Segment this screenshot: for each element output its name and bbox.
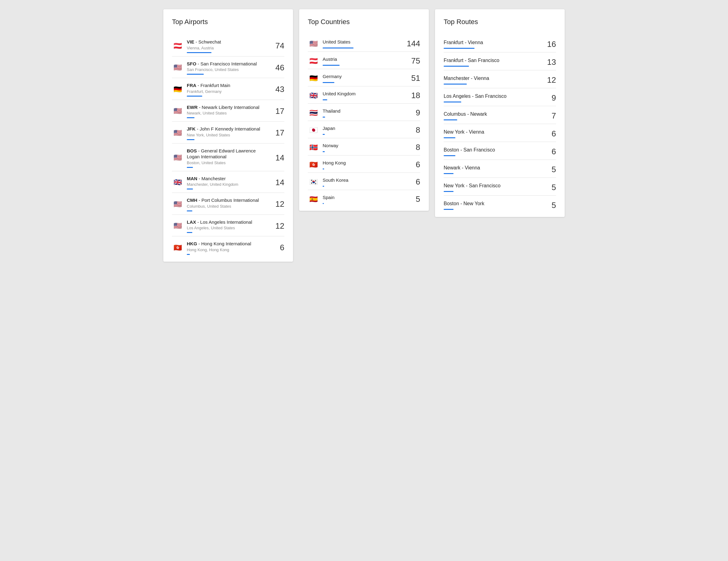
country-count: 75 xyxy=(408,56,420,66)
airport-name: FRA - Frankfurt Main xyxy=(187,82,268,89)
country-count: 6 xyxy=(408,177,420,187)
airport-item: 🇺🇸 LAX - Los Angeles International Los A… xyxy=(172,215,284,237)
flag-icon: 🇪🇸 xyxy=(308,196,319,203)
airport-name: SFO - San Francisco International xyxy=(187,61,268,67)
route-item: Los Angeles - San Francisco 9 xyxy=(444,88,556,106)
airport-item: 🇭🇰 HKG - Hong Kong International Hong Ko… xyxy=(172,237,284,258)
route-bar xyxy=(444,209,454,210)
country-item: 🇬🇧 United Kingdom 18 xyxy=(308,86,420,104)
airport-city: Boston, United States xyxy=(187,161,268,165)
routes-title: Top Routes xyxy=(444,18,556,26)
route-info: Boston - San Francisco xyxy=(444,147,544,156)
route-item: Frankfurt - Vienna 16 xyxy=(444,35,556,52)
country-count: 18 xyxy=(408,91,420,100)
country-item: 🇺🇸 United States 144 xyxy=(308,35,420,52)
route-count: 16 xyxy=(544,40,556,49)
airport-info: HKG - Hong Kong International Hong Kong,… xyxy=(187,241,268,255)
flag-icon: 🇬🇧 xyxy=(172,179,183,186)
airport-item: 🇦🇹 VIE - Schwechat Vienna, Austria 74 xyxy=(172,35,284,57)
country-count: 51 xyxy=(408,73,420,83)
country-item: 🇭🇰 Hong Kong 6 xyxy=(308,156,420,173)
route-name: Manchester - Vienna xyxy=(444,76,544,81)
country-bar xyxy=(323,48,354,48)
country-info: Germany xyxy=(323,73,404,83)
flag-icon: 🇰🇷 xyxy=(308,178,319,186)
country-info: Thailand xyxy=(323,108,404,118)
country-item: 🇳🇴 Norway 8 xyxy=(308,138,420,156)
route-bar xyxy=(444,102,461,103)
flag-icon: 🇦🇹 xyxy=(308,57,319,65)
airport-bar xyxy=(187,211,192,212)
route-name: New York - Vienna xyxy=(444,129,544,135)
airport-count: 17 xyxy=(272,128,284,138)
route-name: Columbus - Newark xyxy=(444,111,544,117)
airport-name: LAX - Los Angeles International xyxy=(187,219,268,225)
airport-count: 74 xyxy=(272,41,284,51)
route-bar xyxy=(444,191,454,192)
airport-city: Newark, United States xyxy=(187,111,268,115)
flag-icon: 🇩🇪 xyxy=(308,75,319,82)
country-info: Norway xyxy=(323,143,404,152)
airports-title: Top Airports xyxy=(172,18,284,26)
airport-bar xyxy=(187,232,192,233)
airport-bar xyxy=(187,139,195,140)
route-bar xyxy=(444,66,469,67)
airport-name: HKG - Hong Kong International xyxy=(187,241,268,247)
route-item: Frankfurt - San Francisco 13 xyxy=(444,52,556,70)
flag-icon: 🇯🇵 xyxy=(308,127,319,134)
route-item: Newark - Vienna 5 xyxy=(444,160,556,178)
airport-name: BOS - General Edward Lawrence Logan Inte… xyxy=(187,148,268,160)
routes-list: Frankfurt - Vienna 16 Frankfurt - San Fr… xyxy=(444,35,556,213)
airport-name: VIE - Schwechat xyxy=(187,39,268,45)
route-count: 9 xyxy=(544,93,556,103)
country-name: Austria xyxy=(323,56,404,62)
airport-count: 12 xyxy=(272,199,284,209)
country-count: 144 xyxy=(407,39,420,48)
route-item: Manchester - Vienna 12 xyxy=(444,70,556,88)
flag-icon: 🇳🇴 xyxy=(308,144,319,151)
airport-item: 🇺🇸 BOS - General Edward Lawrence Logan I… xyxy=(172,144,284,171)
route-name: Boston - New York xyxy=(444,201,544,207)
route-info: Columbus - Newark xyxy=(444,111,544,120)
route-count: 5 xyxy=(544,201,556,210)
country-count: 6 xyxy=(408,160,420,170)
country-info: Austria xyxy=(323,56,404,66)
route-info: Boston - New York xyxy=(444,201,544,210)
airport-info: SFO - San Francisco International San Fr… xyxy=(187,61,268,75)
route-count: 12 xyxy=(544,75,556,85)
flag-icon: 🇹🇭 xyxy=(308,109,319,117)
airport-count: 46 xyxy=(272,63,284,73)
country-item: 🇦🇹 Austria 75 xyxy=(308,52,420,69)
country-bar xyxy=(323,82,334,83)
route-count: 6 xyxy=(544,147,556,157)
route-info: Manchester - Vienna xyxy=(444,76,544,85)
airport-bar xyxy=(187,254,190,255)
airport-city: Frankfurt, Germany xyxy=(187,89,268,94)
country-bar xyxy=(323,151,325,152)
airport-count: 12 xyxy=(272,221,284,231)
airport-count: 14 xyxy=(272,153,284,163)
country-bar xyxy=(323,117,325,118)
airport-name: EWR - Newark Liberty International xyxy=(187,104,268,111)
airport-city: Los Angeles, United States xyxy=(187,226,268,230)
route-info: Los Angeles - San Francisco xyxy=(444,94,544,103)
country-bar xyxy=(323,99,327,100)
airports-card: Top Airports 🇦🇹 VIE - Schwechat Vienna, … xyxy=(163,9,293,262)
route-bar xyxy=(444,84,467,85)
route-bar xyxy=(444,137,455,138)
route-info: Frankfurt - Vienna xyxy=(444,40,544,49)
routes-card: Top Routes Frankfurt - Vienna 16 Frankfu… xyxy=(435,9,565,217)
flag-icon: 🇺🇸 xyxy=(172,64,183,71)
airport-info: CMH - Port Columbus International Columb… xyxy=(187,197,268,212)
country-info: Spain xyxy=(323,195,404,204)
airport-bar xyxy=(187,117,195,118)
country-item: 🇯🇵 Japan 8 xyxy=(308,121,420,138)
country-name: Spain xyxy=(323,195,404,201)
airport-item: 🇬🇧 MAN - Manchester Manchester, United K… xyxy=(172,171,284,193)
airport-name: MAN - Manchester xyxy=(187,176,268,182)
airport-info: LAX - Los Angeles International Los Ange… xyxy=(187,219,268,233)
airport-city: Columbus, United States xyxy=(187,204,268,209)
route-count: 5 xyxy=(544,183,556,192)
country-item: 🇪🇸 Spain 5 xyxy=(308,190,420,207)
flag-icon: 🇺🇸 xyxy=(172,107,183,115)
